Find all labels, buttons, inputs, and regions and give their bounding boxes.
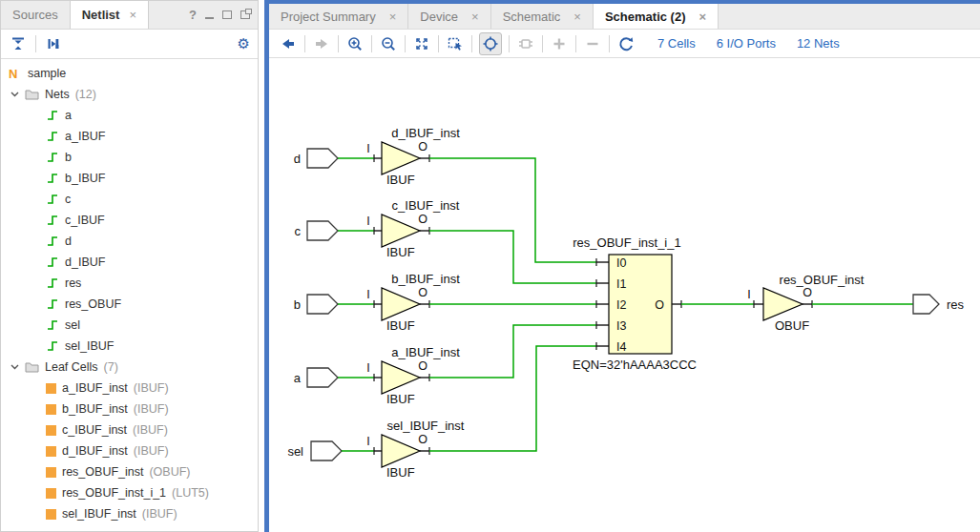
zoom-out-icon[interactable] <box>379 34 398 53</box>
input-port-d[interactable] <box>307 149 338 168</box>
maximize-icon[interactable] <box>222 10 232 19</box>
folder-icon <box>25 89 39 100</box>
pin-label: I <box>366 435 369 448</box>
cell-type: (OBUF) <box>149 465 190 479</box>
instance-label: res_OBUF_inst_i_1 <box>573 235 680 250</box>
cell-type: (IBUF) <box>133 423 168 437</box>
tree-item-net[interactable]: c <box>1 189 258 210</box>
zoom-fit-icon[interactable] <box>412 34 431 53</box>
minimize-icon[interactable] <box>205 17 214 19</box>
tree-item-net[interactable]: a <box>1 105 258 126</box>
chevron-down-icon[interactable] <box>10 364 19 370</box>
close-icon[interactable]: × <box>699 10 706 24</box>
ibuf-cell-sel[interactable] <box>382 435 420 467</box>
ibuf-cell-b[interactable] <box>382 288 420 320</box>
net-icon <box>46 151 59 164</box>
tab-schematic[interactable]: Schematic × <box>491 4 594 29</box>
net-label: d <box>65 235 72 248</box>
tab-label: Schematic (2) <box>605 10 686 24</box>
input-port-b[interactable] <box>307 295 338 314</box>
ibuf-cell-a[interactable] <box>382 361 420 394</box>
tree-item-net[interactable]: sel_IBUF <box>1 336 258 357</box>
tab-sources[interactable]: Sources <box>1 1 70 29</box>
toolbar-separator <box>304 35 305 52</box>
close-icon[interactable]: × <box>471 10 479 24</box>
close-icon[interactable]: × <box>389 10 397 24</box>
tree-item-net[interactable]: res <box>1 273 258 294</box>
regenerate-icon[interactable] <box>616 34 636 53</box>
tree-item-net[interactable]: d <box>1 231 258 252</box>
tree-item-cell[interactable]: a_IBUF_inst(IBUF) <box>1 378 258 399</box>
schematic-panel: Project Summary × Device × Schematic × S… <box>264 0 980 532</box>
netlist-tree: N sample Nets (12) a a_IBUF b b_IBUF c c… <box>1 59 258 524</box>
toolbar-separator <box>509 35 510 52</box>
port-label: a <box>294 371 302 385</box>
tree-item-net[interactable]: d_IBUF <box>1 252 258 273</box>
tab-netlist[interactable]: Netlist × <box>70 1 149 29</box>
toolbar-separator <box>371 35 372 52</box>
pin-label: O <box>418 359 427 373</box>
tree-root-sample[interactable]: N sample <box>1 63 258 84</box>
tree-item-net[interactable]: sel <box>1 315 258 336</box>
cell-icon <box>46 488 56 499</box>
cell-type-label: IBUF <box>386 392 415 406</box>
input-port-sel[interactable] <box>311 441 342 460</box>
ibuf-cell-d[interactable] <box>382 142 420 174</box>
pin-label: I4 <box>616 340 626 354</box>
add-icon[interactable] <box>550 34 569 53</box>
ibuf-cell-c[interactable] <box>382 215 420 247</box>
stat-io-ports[interactable]: 6 I/O Ports <box>717 36 776 51</box>
tree-item-net[interactable]: res_OBUF <box>1 294 258 315</box>
float-icon[interactable] <box>240 10 250 19</box>
tree-item-cell[interactable]: res_OBUF_inst_i_1(LUT5) <box>1 482 258 503</box>
schematic-canvas[interactable]: d I d_IBUF_inst O IBUF c I c_IBUF_inst <box>269 58 980 531</box>
tree-group-leaf-cells[interactable]: Leaf Cells (7) <box>1 357 258 378</box>
tree-item-cell[interactable]: c_IBUF_inst(IBUF) <box>1 419 258 440</box>
pin-label: O <box>655 298 664 312</box>
expand-icon[interactable] <box>44 34 63 53</box>
cell-label: res_OBUF_inst <box>62 465 143 479</box>
tree-item-net[interactable]: c_IBUF <box>1 210 258 231</box>
tab-device[interactable]: Device × <box>408 4 490 29</box>
tree-item-net[interactable]: b <box>1 147 258 168</box>
tree-group-nets[interactable]: Nets (12) <box>1 84 258 105</box>
tree-item-cell[interactable]: b_IBUF_inst(IBUF) <box>1 399 258 419</box>
tree-item-cell[interactable]: d_IBUF_inst(IBUF) <box>1 440 258 461</box>
remove-icon[interactable] <box>583 34 602 53</box>
instance-label: b_IBUF_inst <box>391 272 460 286</box>
pin-label: O <box>418 286 427 299</box>
collapse-all-icon[interactable] <box>9 34 28 53</box>
obuf-cell[interactable] <box>763 288 803 320</box>
cell-label: a_IBUF_inst <box>62 381 128 395</box>
forward-arrow-icon[interactable] <box>312 34 331 53</box>
pin-label: I2 <box>616 298 626 312</box>
zoom-selection-icon[interactable] <box>446 34 465 53</box>
tree-item-net[interactable]: a_IBUF <box>1 126 258 147</box>
toolbar-separator <box>609 35 610 52</box>
input-port-a[interactable] <box>307 368 338 387</box>
stat-cells[interactable]: 7 Cells <box>657 36 696 51</box>
tree-group-count: (7) <box>104 360 118 374</box>
input-port-c[interactable] <box>307 221 338 240</box>
tab-project-summary[interactable]: Project Summary × <box>269 4 408 29</box>
settings-gear-icon[interactable]: ⚙ <box>238 35 250 52</box>
zoom-in-icon[interactable] <box>345 34 365 53</box>
back-arrow-icon[interactable] <box>279 34 298 53</box>
chevron-down-icon[interactable] <box>10 92 19 97</box>
help-icon[interactable]: ? <box>189 8 197 22</box>
pin-label: I1 <box>616 277 626 291</box>
tree-item-cell[interactable]: sel_IBUF_inst(IBUF) <box>1 503 258 524</box>
autofit-selection-icon[interactable] <box>479 32 502 55</box>
expand-cell-icon[interactable] <box>516 34 535 53</box>
tab-schematic-2[interactable]: Schematic (2) × <box>594 4 719 29</box>
tab-netlist-close-icon[interactable]: × <box>129 8 136 22</box>
tree-item-cell[interactable]: res_OBUF_inst(OBUF) <box>1 461 258 482</box>
net-label: sel <box>65 318 80 332</box>
output-port-res[interactable] <box>913 295 939 314</box>
port-label: d <box>294 152 301 166</box>
close-icon[interactable]: × <box>573 10 581 24</box>
stat-nets[interactable]: 12 Nets <box>797 36 840 51</box>
tree-item-net[interactable]: b_IBUF <box>1 168 258 189</box>
cell-type-label: IBUF <box>386 465 415 480</box>
pin-label: I3 <box>616 319 626 333</box>
